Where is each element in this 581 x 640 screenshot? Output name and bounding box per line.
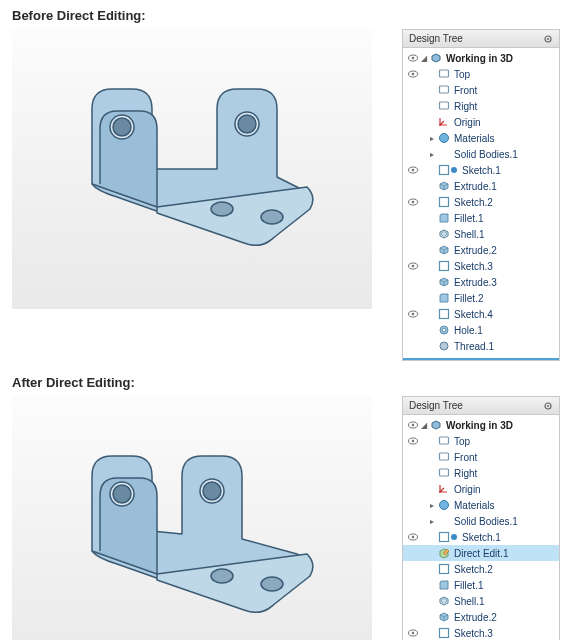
- eye-icon[interactable]: [407, 262, 419, 270]
- tree-item-label: Sketch.3: [451, 628, 493, 639]
- tree-body-after: ◢Working in 3DTopFrontRightOrigin▸Materi…: [403, 415, 559, 640]
- tree-item[interactable]: ▸Materials: [403, 497, 559, 513]
- tree-item-label: Fillet.1: [451, 580, 483, 591]
- tree-item[interactable]: Extrude.2: [403, 609, 559, 625]
- tree-item[interactable]: Sketch.1: [403, 529, 559, 545]
- eye-icon[interactable]: [407, 629, 419, 637]
- tree-item[interactable]: Shell.1: [403, 593, 559, 609]
- design-tree-panel-after: Design Tree ◢Working in 3DTopFrontRightO…: [402, 396, 560, 640]
- status-dot-icon: [451, 167, 457, 173]
- expander-icon[interactable]: ▸: [427, 150, 437, 159]
- heading-before: Before Direct Editing:: [12, 8, 569, 23]
- tree-item[interactable]: Sketch.1: [403, 162, 559, 178]
- tree-item[interactable]: Extrude.3: [403, 274, 559, 290]
- svg-point-21: [211, 569, 233, 583]
- tree-item[interactable]: Front: [403, 449, 559, 465]
- tree-item[interactable]: Hole.1: [403, 322, 559, 338]
- eye-icon[interactable]: [407, 70, 419, 78]
- tree-root[interactable]: ◢Working in 3D: [403, 417, 559, 433]
- plane-icon: [437, 435, 451, 447]
- part3d-icon: [429, 52, 443, 64]
- expander-icon[interactable]: ▸: [427, 501, 437, 510]
- tree-item[interactable]: Sketch.2: [403, 561, 559, 577]
- eye-icon[interactable]: [407, 310, 419, 318]
- tree-item-label: Sketch.1: [459, 532, 501, 543]
- eye-icon[interactable]: [407, 54, 419, 62]
- eye-icon[interactable]: [407, 437, 419, 445]
- tree-item[interactable]: Fillet.1: [403, 210, 559, 226]
- tree-item[interactable]: Sketch.2: [403, 194, 559, 210]
- tree-item-label: Extrude.2: [451, 612, 497, 623]
- collapse-arrow-icon[interactable]: ◢: [419, 54, 429, 63]
- shell-icon: [437, 595, 451, 607]
- tree-item-label: Top: [451, 69, 470, 80]
- fillet-icon: [437, 292, 451, 304]
- plane-icon: [437, 84, 451, 96]
- tree-item[interactable]: Shell.1: [403, 226, 559, 242]
- status-dot-icon: [451, 534, 457, 540]
- tree-item[interactable]: Top: [403, 433, 559, 449]
- tree-item-label: Fillet.1: [451, 213, 483, 224]
- eye-icon[interactable]: [407, 166, 419, 174]
- eye-icon[interactable]: [407, 198, 419, 206]
- tree-body-before: ◢Working in 3DTopFrontRightOrigin▸Materi…: [403, 48, 559, 360]
- materials-icon: [437, 132, 451, 144]
- tree-title-bar: Design Tree: [403, 30, 559, 48]
- extrude-icon: [437, 276, 451, 288]
- viewport-before: [12, 29, 372, 309]
- shell-icon: [437, 228, 451, 240]
- plane-icon: [437, 451, 451, 463]
- expander-icon[interactable]: ▸: [427, 134, 437, 143]
- tree-item[interactable]: Right: [403, 98, 559, 114]
- part-before: [62, 69, 322, 269]
- extrude-icon: [437, 180, 451, 192]
- svg-point-20: [203, 482, 221, 500]
- extrude-icon: [437, 611, 451, 623]
- gear-icon[interactable]: [543, 401, 553, 411]
- svg-point-15: [211, 202, 233, 216]
- tree-item[interactable]: Extrude.1: [403, 178, 559, 194]
- gear-icon[interactable]: [543, 34, 553, 44]
- tree-item-label: Front: [451, 85, 477, 96]
- eye-icon[interactable]: [407, 421, 419, 429]
- tree-item[interactable]: Thread.1: [403, 338, 559, 354]
- tree-item-label: Top: [451, 436, 470, 447]
- tree-item[interactable]: Sketch.4: [403, 306, 559, 322]
- eye-icon[interactable]: [407, 533, 419, 541]
- tree-item[interactable]: Top: [403, 66, 559, 82]
- tree-item[interactable]: ▸Solid Bodies.1: [403, 513, 559, 529]
- tree-item[interactable]: Origin: [403, 114, 559, 130]
- tree-item[interactable]: Fillet.1: [403, 577, 559, 593]
- sketch-icon: [437, 627, 451, 639]
- tree-item-label: Right: [451, 468, 477, 479]
- sketch-icon: [437, 308, 451, 320]
- design-tree-panel-before: Design Tree ◢Working in 3DTopFrontRightO…: [402, 29, 560, 361]
- svg-point-14: [238, 115, 256, 133]
- tree-item-label: Front: [451, 452, 477, 463]
- tree-item-label: Origin: [451, 117, 481, 128]
- tree-item[interactable]: Direct Edit.1: [403, 545, 559, 561]
- tree-item[interactable]: ▸Materials: [403, 130, 559, 146]
- tree-item-label: Materials: [451, 133, 495, 144]
- collapse-arrow-icon[interactable]: ◢: [419, 421, 429, 430]
- tree-root[interactable]: ◢Working in 3D: [403, 50, 559, 66]
- tree-item-label: Right: [451, 101, 477, 112]
- fillet-icon: [437, 579, 451, 591]
- tree-item-label: Sketch.2: [451, 197, 493, 208]
- extrude-icon: [437, 244, 451, 256]
- tree-item[interactable]: Right: [403, 465, 559, 481]
- tree-item[interactable]: Fillet.2: [403, 290, 559, 306]
- sketch-icon: [437, 563, 451, 575]
- tree-item[interactable]: Front: [403, 82, 559, 98]
- tree-item-label: Direct Edit.1: [451, 548, 508, 559]
- tree-item[interactable]: Sketch.3: [403, 625, 559, 640]
- tree-item-label: Sketch.4: [451, 309, 493, 320]
- tree-item[interactable]: Sketch.3: [403, 258, 559, 274]
- tree-item[interactable]: Origin: [403, 481, 559, 497]
- expander-icon[interactable]: ▸: [427, 517, 437, 526]
- tree-item[interactable]: ▸Solid Bodies.1: [403, 146, 559, 162]
- tree-item-label: Extrude.2: [451, 245, 497, 256]
- tree-item[interactable]: Extrude.2: [403, 242, 559, 258]
- tree-item-label: Shell.1: [451, 596, 485, 607]
- tree-item-label: Solid Bodies.1: [451, 516, 518, 527]
